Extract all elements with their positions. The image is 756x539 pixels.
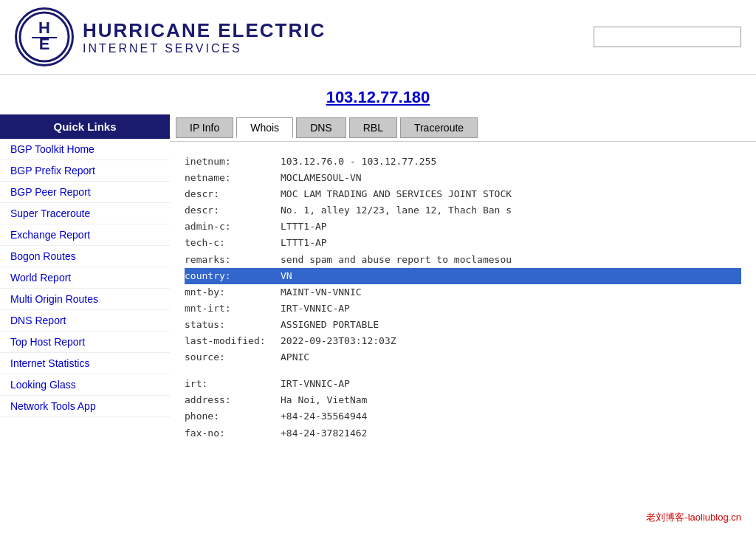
whois-value: send spam and abuse report to moclamesou xyxy=(281,252,512,268)
whois-value: MOC LAM TRADING AND SERVICES JOINT STOCK xyxy=(281,186,512,202)
whois-key: admin-c: xyxy=(185,219,281,235)
sidebar-link[interactable]: BGP Prefix Report xyxy=(0,160,170,182)
whois-row: address:Ha Noi, VietNam xyxy=(185,392,741,408)
whois-value: MOCLAMESOUL-VN xyxy=(281,170,362,186)
sidebar-link[interactable]: BGP Toolkit Home xyxy=(0,139,170,160)
whois-key: last-modified: xyxy=(185,333,281,349)
sidebar-link[interactable]: Bogon Routes xyxy=(0,246,170,267)
whois-value: LTTT1-AP xyxy=(281,235,327,251)
whois-key: country: xyxy=(185,268,281,284)
company-subtitle: INTERNET SERVICES xyxy=(83,42,326,55)
whois-row: remarks:send spam and abuse report to mo… xyxy=(185,252,741,268)
whois-row: netname:MOCLAMESOUL-VN xyxy=(185,170,741,186)
whois-value: 2022-09-23T03:12:03Z xyxy=(281,333,396,349)
whois-value: Ha Noi, VietNam xyxy=(281,392,367,408)
whois-row: fax-no:+84-24-37821462 xyxy=(185,425,741,442)
whois-row: irt:IRT-VNNIC-AP xyxy=(185,376,741,392)
whois-key: netname: xyxy=(185,170,281,186)
sidebar-link[interactable]: DNS Report xyxy=(0,310,170,332)
whois-key: remarks: xyxy=(185,252,281,268)
whois-key: irt: xyxy=(185,376,281,392)
sidebar-link[interactable]: Exchange Report xyxy=(0,224,170,246)
tabs: IP InfoWhoisDNSRBLTraceroute xyxy=(170,114,756,142)
whois-content: inetnum:103.12.76.0 - 103.12.77.255netna… xyxy=(170,142,756,453)
whois-value: IRT-VNNIC-AP xyxy=(281,376,350,392)
sidebar-link[interactable]: Internet Statistics xyxy=(0,353,170,374)
whois-row: descr:No. 1, alley 12/23, lane 12, Thach… xyxy=(185,202,741,219)
whois-row: status:ASSIGNED PORTABLE xyxy=(185,317,741,333)
ip-title: 103.12.77.180 xyxy=(0,75,756,114)
whois-key: address: xyxy=(185,392,281,408)
header: H E HURRICANE ELECTRIC INTERNET SERVICES xyxy=(0,0,756,75)
whois-value: ASSIGNED PORTABLE xyxy=(281,317,379,333)
sidebar-link[interactable]: World Report xyxy=(0,267,170,289)
whois-key: fax-no: xyxy=(185,425,281,442)
ip-address-link[interactable]: 103.12.77.180 xyxy=(326,88,430,106)
company-name: HURRICANE ELECTRIC xyxy=(83,19,326,42)
whois-value: 103.12.76.0 - 103.12.77.255 xyxy=(281,154,436,170)
tab-ip-info[interactable]: IP Info xyxy=(176,117,233,138)
whois-row: mnt-by:MAINT-VN-VNNIC xyxy=(185,284,741,301)
whois-row: admin-c:LTTT1-AP xyxy=(185,219,741,235)
tab-dns[interactable]: DNS xyxy=(296,117,346,138)
whois-value: No. 1, alley 12/23, lane 12, Thach Ban s xyxy=(281,202,512,219)
whois-row: inetnum:103.12.76.0 - 103.12.77.255 xyxy=(185,154,741,170)
logo-icon: H E xyxy=(15,7,74,66)
whois-value: +84-24-35564944 xyxy=(281,408,367,425)
whois-key: tech-c: xyxy=(185,235,281,251)
whois-row: source:APNIC xyxy=(185,349,741,365)
sidebar-link[interactable]: Looking Glass xyxy=(0,374,170,396)
main-layout: Quick Links BGP Toolkit HomeBGP Prefix R… xyxy=(0,114,756,453)
whois-value: +84-24-37821462 xyxy=(281,425,367,442)
whois-row: country:VN xyxy=(185,268,741,284)
whois-row: descr:MOC LAM TRADING AND SERVICES JOINT… xyxy=(185,186,741,202)
whois-key: descr: xyxy=(185,202,281,219)
whois-value: IRT-VNNIC-AP xyxy=(281,301,350,317)
sidebar-link[interactable]: Super Traceroute xyxy=(0,203,170,224)
whois-value: MAINT-VN-VNNIC xyxy=(281,284,362,301)
whois-key: status: xyxy=(185,317,281,333)
content-area: IP InfoWhoisDNSRBLTraceroute inetnum:103… xyxy=(170,114,756,453)
whois-value: LTTT1-AP xyxy=(281,219,327,235)
sidebar-link[interactable]: Network Tools App xyxy=(0,396,170,417)
whois-value: VN xyxy=(281,268,292,284)
sidebar-link[interactable]: Multi Origin Routes xyxy=(0,289,170,310)
whois-key: phone: xyxy=(185,408,281,425)
whois-spacer xyxy=(185,365,741,376)
logo-text: HURRICANE ELECTRIC INTERNET SERVICES xyxy=(83,19,326,55)
tab-whois[interactable]: Whois xyxy=(236,117,293,138)
sidebar-link[interactable]: BGP Peer Report xyxy=(0,182,170,203)
whois-key: mnt-by: xyxy=(185,284,281,301)
sidebar: Quick Links BGP Toolkit HomeBGP Prefix R… xyxy=(0,114,170,453)
whois-row: mnt-irt:IRT-VNNIC-AP xyxy=(185,301,741,317)
sidebar-link[interactable]: Top Host Report xyxy=(0,332,170,353)
whois-row: last-modified:2022-09-23T03:12:03Z xyxy=(185,333,741,349)
sidebar-header: Quick Links xyxy=(0,114,170,139)
whois-value: APNIC xyxy=(281,349,309,365)
whois-key: descr: xyxy=(185,186,281,202)
logo-area: H E HURRICANE ELECTRIC INTERNET SERVICES xyxy=(15,7,326,66)
whois-key: mnt-irt: xyxy=(185,301,281,317)
tab-rbl[interactable]: RBL xyxy=(349,117,397,138)
whois-row: phone:+84-24-35564944 xyxy=(185,408,741,425)
whois-key: inetnum: xyxy=(185,154,281,170)
whois-row: tech-c:LTTT1-AP xyxy=(185,235,741,251)
whois-key: source: xyxy=(185,349,281,365)
tab-traceroute[interactable]: Traceroute xyxy=(400,117,478,138)
search-input[interactable] xyxy=(594,27,741,47)
sidebar-nav: BGP Toolkit HomeBGP Prefix ReportBGP Pee… xyxy=(0,139,170,417)
